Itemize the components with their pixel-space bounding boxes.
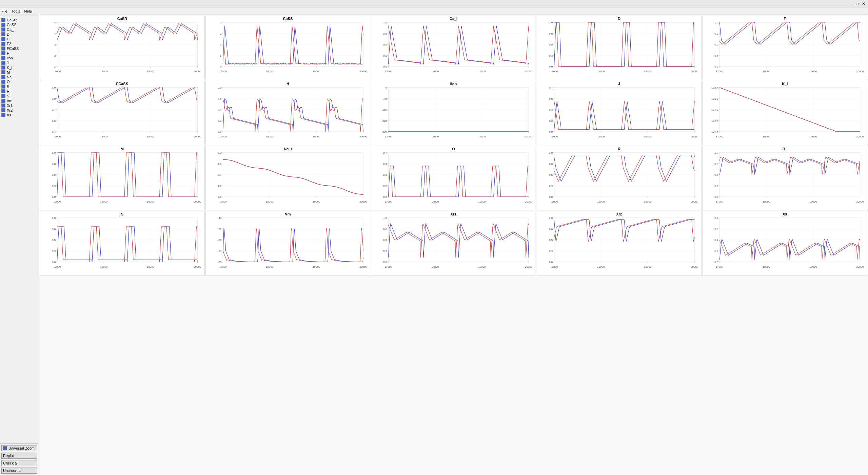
sidebar-item-m[interactable]: M	[0, 70, 39, 75]
checkbox-vm[interactable]	[1, 99, 5, 103]
sidebar-item-xr1[interactable]: Xr1	[0, 103, 39, 108]
sidebar-item-xs[interactable]: Xs	[0, 113, 39, 117]
svg-text:1.0: 1.0	[383, 216, 387, 220]
maximize-button[interactable]: □	[855, 1, 860, 6]
checkbox-fcass[interactable]	[1, 46, 5, 51]
checkbox-o[interactable]	[1, 80, 5, 84]
sidebar-item-r_[interactable]: R_	[0, 89, 39, 94]
menu-help[interactable]: Help	[24, 9, 32, 13]
chart-panel-s[interactable]: S 17000180001900020000 0.00.30.50.81.0	[40, 211, 205, 276]
chart-panel-fcass[interactable]: FCaSS 17000180001900020000 0.40.60.70.81…	[40, 81, 205, 145]
chart-panel-r[interactable]: R 17000180001900020000 0.00.30.50.81.0	[537, 146, 702, 210]
titlebar-controls[interactable]: ─ □ ✕	[848, 1, 867, 6]
sidebar-label-r_: R_	[7, 89, 12, 93]
sidebar-item-xr2[interactable]: Xr2	[0, 108, 39, 113]
chart-panel-d[interactable]: D 17000180001900020000 0.00.30.50.81.0	[537, 16, 702, 80]
checkbox-casr[interactable]	[1, 18, 5, 22]
checkbox-h[interactable]	[1, 51, 5, 55]
sidebar-item-f[interactable]: F	[0, 37, 39, 41]
chart-panel-xs[interactable]: Xs 17000180001900020000 0.00.10.10.20.2	[702, 211, 867, 276]
svg-text:17000: 17000	[219, 70, 227, 73]
svg-text:17000: 17000	[384, 200, 392, 203]
svg-text:20000: 20000	[359, 265, 367, 268]
sidebar-item-o[interactable]: O	[0, 79, 39, 84]
sidebar-item-f2[interactable]: F2	[0, 41, 39, 46]
svg-text:7.2: 7.2	[218, 185, 222, 188]
checkbox-d[interactable]	[1, 32, 5, 36]
chart-panel-o[interactable]: O 17000180001900020000 0.00.20.30.50.7	[371, 146, 536, 210]
sidebar-item-r[interactable]: R	[0, 84, 39, 89]
uncheck-all-button[interactable]: Uncheck all	[1, 468, 37, 474]
svg-text:0.3: 0.3	[52, 185, 56, 188]
checkbox-xs[interactable]	[1, 113, 5, 117]
replot-button[interactable]: Replot	[1, 453, 37, 459]
sidebar-title	[0, 15, 39, 18]
svg-text:17000: 17000	[716, 135, 724, 138]
sidebar-label-fcass: FCaSS	[7, 46, 19, 51]
sidebar-item-j[interactable]: J	[0, 60, 39, 65]
universal-zoom-checkbox[interactable]	[3, 446, 7, 450]
chart-panel-cass[interactable]: CaSS 17000180001900020000 01122	[205, 16, 371, 80]
svg-text:0.3: 0.3	[383, 173, 387, 176]
checkbox-f[interactable]	[1, 37, 5, 41]
chart-panel-xr1[interactable]: Xr1 17000180001900020000 0.00.30.50.81.0	[371, 211, 536, 276]
sidebar-item-h[interactable]: H	[0, 51, 39, 56]
sidebar-item-vm[interactable]: Vm	[0, 98, 39, 103]
sidebar-item-na_i[interactable]: Na_i	[0, 75, 39, 79]
close-button[interactable]: ✕	[861, 1, 867, 6]
sidebar-item-fcass[interactable]: FCaSS	[0, 46, 39, 51]
checkbox-s[interactable]	[1, 94, 5, 98]
svg-text:18000: 18000	[266, 200, 274, 203]
chart-svg-vm: 17000180001900020000 -80-50-201040	[206, 216, 370, 269]
checkbox-r_[interactable]	[1, 89, 5, 93]
menu-file[interactable]: File	[1, 9, 7, 13]
chart-panel-j[interactable]: J 17000180001900020000 0.00.20.30.50.7	[537, 81, 702, 145]
chart-panel-xr2[interactable]: Xr2 17000180001900020000 0.00.30.50.81.0	[537, 211, 702, 276]
svg-text:1.0: 1.0	[52, 216, 56, 220]
chart-panel-k_i[interactable]: K_i 17000180001900020000 137.4137.7137.9…	[702, 81, 867, 145]
svg-text:1.0: 1.0	[383, 21, 387, 24]
svg-text:19000: 19000	[313, 200, 320, 203]
svg-text:0.3: 0.3	[549, 185, 553, 188]
checkbox-j[interactable]	[1, 61, 5, 65]
checkbox-k_i[interactable]	[1, 65, 5, 70]
svg-text:0.8: 0.8	[383, 32, 387, 35]
chart-panel-vm[interactable]: Vm 17000180001900020000 -80-50-201040	[205, 211, 371, 276]
chart-panel-r_[interactable]: R_ 17000180001900020000 0.30.50.60.81.0	[702, 146, 867, 210]
checkbox-iion[interactable]	[1, 56, 5, 60]
sidebar-item-s[interactable]: S	[0, 94, 39, 98]
universal-zoom-toggle[interactable]: Universal Zoom	[1, 445, 37, 451]
checkbox-ca_i[interactable]	[1, 27, 5, 32]
sidebar-item-cass[interactable]: CaSS	[0, 22, 39, 27]
minimize-button[interactable]: ─	[848, 1, 854, 6]
chart-panel-na_i[interactable]: Na_i 17000180001900020000 7.07.27.47.67.…	[205, 146, 371, 210]
svg-text:20000: 20000	[691, 135, 698, 138]
svg-text:19000: 19000	[478, 70, 486, 73]
sidebar-item-d[interactable]: D	[0, 32, 39, 37]
chart-panel-casr[interactable]: CaSR 17000180001900020000 23344	[40, 16, 205, 80]
chart-panel-ca_i[interactable]: Ca_i 17000180001900020000 0.00.30.50.81.…	[371, 16, 536, 80]
sidebar: CaSRCaSSCa_iDFF2FCaSSHIionJK_iMNa_iORR_S…	[0, 15, 39, 475]
checkbox-xr1[interactable]	[1, 103, 5, 108]
check-all-button[interactable]: Check all	[1, 460, 37, 466]
checkbox-xr2[interactable]	[1, 108, 5, 112]
checkbox-na_i[interactable]	[1, 75, 5, 79]
sidebar-item-casr[interactable]: CaSR	[0, 18, 39, 22]
chart-panel-iion[interactable]: Iion 17000180001900020000 -300-225-150-7…	[371, 81, 536, 145]
sidebar-item-k_i[interactable]: K_i	[0, 65, 39, 70]
sidebar-item-iion[interactable]: Iion	[0, 56, 39, 60]
chart-panel-h[interactable]: H 17000180001900020000 0.00.20.40.60.8	[205, 81, 371, 145]
svg-text:0.1: 0.1	[715, 250, 719, 253]
sidebar-item-ca_i[interactable]: Ca_i	[0, 27, 39, 32]
checkbox-cass[interactable]	[1, 23, 5, 27]
svg-text:-20: -20	[217, 239, 221, 242]
checkbox-m[interactable]	[1, 70, 5, 74]
chart-panel-m[interactable]: M 17000180001900020000 0.00.30.50.81.0	[40, 146, 205, 210]
svg-text:-300: -300	[381, 130, 387, 133]
svg-text:0.6: 0.6	[52, 119, 56, 122]
chart-panel-f[interactable]: F 17000180001900020000 0.20.40.60.81.0	[702, 16, 867, 80]
content-area[interactable]: CaSR 17000180001900020000 23344 CaSS 170…	[39, 15, 868, 475]
checkbox-f2[interactable]	[1, 42, 5, 46]
checkbox-r[interactable]	[1, 84, 5, 89]
menu-tools[interactable]: Tools	[12, 9, 20, 13]
